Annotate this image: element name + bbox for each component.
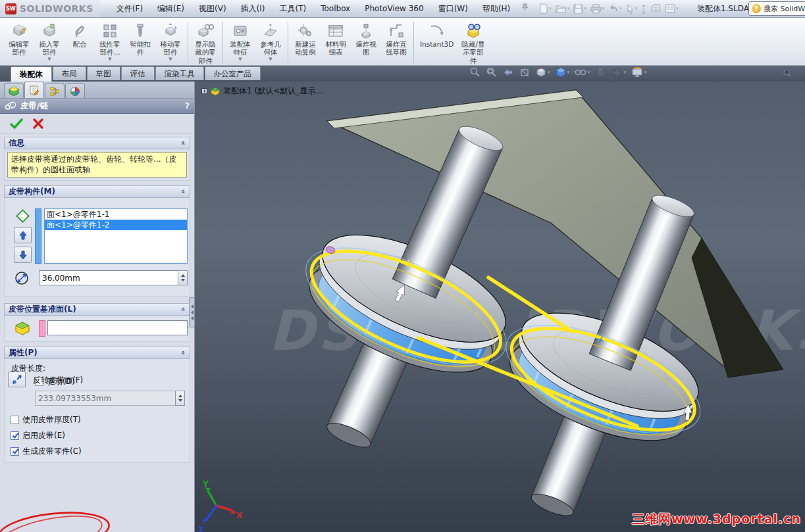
engage-belt-checkbox[interactable] [11,431,19,440]
dropdown-caret-icon[interactable]: ▼ [238,57,242,61]
view-orientation-icon[interactable]: ▾ [535,66,550,78]
tab-layout[interactable]: 布局 [53,66,86,80]
red-annotation-circle [0,502,126,532]
list-item[interactable]: 面<1>@零件1-1 [45,209,187,220]
create-belt-part-row[interactable]: 生成皮带零件(C) [11,446,82,457]
engage-belt-row[interactable]: 启用皮带(E) [11,430,65,441]
linear-pattern-button[interactable]: 线性零 部件... ▼ [95,20,125,63]
menu-file[interactable]: 文件(F) [109,0,150,17]
hide-show-items-icon[interactable]: ▾ [574,66,590,78]
tab-property-manager[interactable] [24,82,44,98]
explode-line-sketch-button[interactable]: 爆炸直 线草图 [381,20,411,59]
new-document-icon[interactable]: ▾ [538,2,553,15]
flip-belt-face-button[interactable] [8,372,26,387]
use-belt-thickness-checkbox[interactable] [11,416,19,424]
full-screen-icon[interactable] [782,68,792,80]
tab-feature-manager[interactable] [4,84,24,98]
menu-insert[interactable]: 插入(I) [234,0,273,17]
smart-fasteners-button[interactable]: 智能扣 件 [125,20,155,59]
collapse-chevron-icon[interactable]: « [179,189,188,194]
bill-of-materials-button[interactable]: 材料明 细表 [321,20,351,59]
belt-length-spinner[interactable] [175,391,185,406]
edit-component-button[interactable]: 编辑零 部件 [4,20,34,59]
reference-geometry-button[interactable]: 参考几 何体 ▼ [255,20,286,63]
mate-button[interactable]: 配合 [65,20,95,50]
tab-render-tools[interactable]: 渲染工具 [155,66,204,80]
zoom-to-fit-icon[interactable] [469,66,481,78]
search-input[interactable]: 搜索 SolidW [764,4,805,14]
menu-help[interactable]: 帮助(H) [475,0,517,17]
menu-toolbox[interactable]: Toolbox [313,0,357,17]
diameter-input[interactable] [39,270,178,285]
tab-office-products[interactable]: 办公室产品 [205,66,261,80]
move-component-button[interactable]: 移动零 部件 ▼ [155,20,186,63]
tab-display-manager[interactable] [65,84,85,98]
search-box[interactable]: ? 搜索 SolidW [748,1,805,16]
save-icon[interactable]: ▾ [572,3,588,15]
graphics-viewport[interactable]: DS SOLIDWORKS [195,82,805,532]
properties-header[interactable]: 属性(P) « [4,347,190,359]
zoom-to-area-icon[interactable] [486,66,498,78]
menu-window[interactable]: 窗口(W) [431,0,475,17]
new-motion-study-button[interactable]: 新建运 动算例 [290,20,321,59]
pin-menu-icon[interactable] [521,3,529,14]
belt-plane-group: 皮带位置基准面(L) « [4,303,190,342]
scene-3d[interactable]: DS SOLIDWORKS [195,82,805,532]
tab-sketch[interactable]: 草图 [87,66,120,80]
collapse-chevron-icon[interactable]: « [179,351,188,355]
list-item-selected[interactable]: 面<1>@零件1-2 [45,220,187,230]
belt-plane-header[interactable]: 皮带位置基准面(L) « [4,303,190,316]
section-view-icon[interactable] [519,66,531,78]
move-up-button[interactable] [14,227,32,243]
belt-members-header[interactable]: 皮带构件(M) « [4,185,190,198]
message-group-header[interactable]: 信息 « [4,137,190,149]
dropdown-caret-icon[interactable]: ▼ [269,57,272,61]
create-belt-part-checkbox[interactable] [11,447,19,456]
tab-assembly[interactable]: 装配体 [11,66,52,82]
ok-button[interactable] [9,118,24,130]
options-icon[interactable]: ▾ [663,3,680,14]
menu-photoview[interactable]: PhotoView 360 [357,0,430,17]
belt-plane-input[interactable] [47,320,188,335]
dropdown-caret-icon[interactable]: ▼ [169,57,172,61]
dropdown-caret-icon[interactable]: ▼ [47,57,51,61]
collapse-chevron-icon[interactable]: « [179,141,188,145]
apply-scene-icon[interactable]: ▾ [611,66,627,78]
hide-show-components-button[interactable]: 隐藏/显 示零部 件 [457,20,488,66]
menu-edit[interactable]: 编辑(E) [150,0,192,17]
undo-icon[interactable]: ▾ [607,3,623,14]
menu-tools[interactable]: 工具(T) [273,0,314,17]
collapse-chevron-icon[interactable]: « [179,307,188,312]
show-hidden-components-button[interactable]: 显示隐 藏的零 部件 [190,20,221,66]
logo-text: SOLIDWORKS [20,3,93,14]
previous-view-icon[interactable] [502,66,514,78]
print-icon[interactable]: ▾ [589,3,606,15]
instant3d-button[interactable]: Instant3D [416,20,457,50]
tab-configuration-manager[interactable] [45,84,65,98]
help-button[interactable]: ? [185,101,190,110]
dropdown-caret-icon[interactable]: ▼ [108,57,111,61]
feature-tree-root-node[interactable]: 装配体1 (默认<默认_显示... [223,85,323,97]
cancel-button[interactable] [32,118,44,130]
select-cursor-icon[interactable]: ▾ [625,3,639,15]
feature-tree-flyout[interactable]: + 装配体1 (默认<默认_显示... [201,85,323,97]
use-belt-thickness-row[interactable]: 使用皮带厚度(T) [11,414,81,425]
hide-show-components-icon [464,22,482,40]
menu-view[interactable]: 视图(V) [192,0,234,17]
diameter-spinner[interactable] [178,270,188,285]
view-settings-icon[interactable]: ▾ [631,66,647,78]
open-document-icon[interactable]: ▾ [554,3,571,14]
edit-appearance-icon[interactable] [595,66,607,78]
display-style-icon[interactable]: ▾ [555,66,570,78]
properties-icon[interactable] [649,3,662,14]
belt-members-list[interactable]: 面<1>@零件1-1 面<1>@零件1-2 [44,208,188,264]
search-help-icon[interactable]: ? [752,4,761,13]
tab-evaluate[interactable]: 评估 [121,66,155,80]
view-toggle-icon[interactable] [640,3,648,15]
panel-collapse-handle[interactable] [189,297,195,327]
tree-expand-icon[interactable]: + [201,88,207,94]
insert-component-button[interactable]: 插入零 部件 ▼ [34,20,65,63]
move-down-button[interactable] [14,247,32,263]
exploded-view-button[interactable]: 爆炸视 图 [351,20,381,59]
assembly-features-button[interactable]: 装配体 特征 ▼ [225,20,255,63]
